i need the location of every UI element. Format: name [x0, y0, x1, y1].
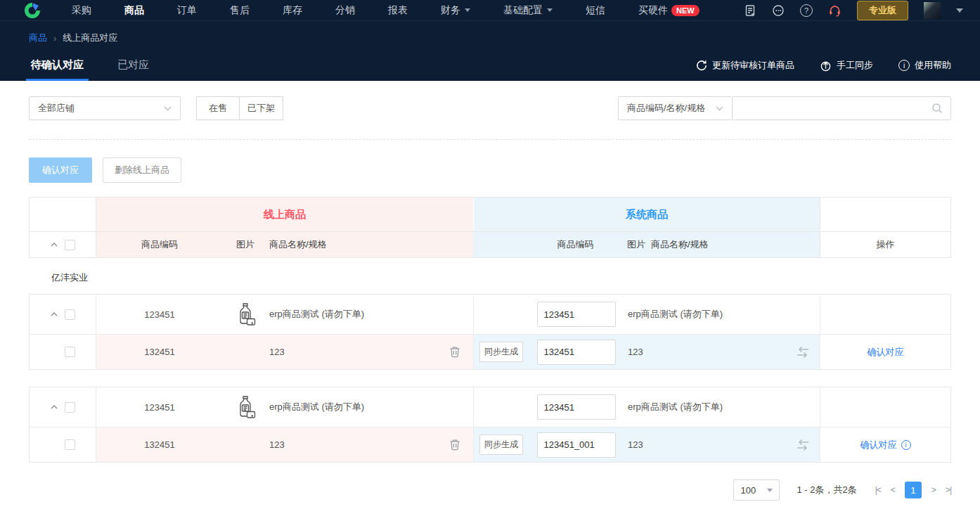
filter-bar: 全部店铺 在售 已下架 商品编码/名称/规格 — [29, 96, 951, 120]
breadcrumb-parent[interactable]: 商品 — [29, 32, 47, 44]
on-sale-button[interactable]: 在售 — [196, 96, 240, 120]
row-checkbox[interactable] — [65, 402, 75, 413]
match-table: 线上商品 系统商品 商品编码 图片 商品名称/规格 商品编码 图片 商品名称/规… — [29, 197, 951, 463]
new-badge: NEW — [671, 5, 699, 16]
nav-item-distribution[interactable]: 分销 — [335, 4, 355, 17]
info-icon: i — [898, 60, 910, 71]
off-sale-button[interactable]: 已下架 — [240, 96, 283, 120]
top-navbar: 采购 商品 订单 售后 库存 分销 报表 财务 基础配置 短信 买硬件NEW ? — [0, 0, 980, 21]
row-checkbox[interactable] — [65, 439, 75, 450]
header-select-all-cell — [30, 232, 96, 257]
dashed-divider — [29, 139, 951, 140]
nav-item-inventory[interactable]: 库存 — [283, 4, 302, 17]
swap-icon-wrap — [786, 439, 820, 451]
row-checkbox[interactable] — [65, 309, 75, 320]
nav-item-goods[interactable]: 商品 — [124, 4, 144, 17]
search-box — [732, 96, 951, 120]
collapse-caret-icon[interactable] — [51, 312, 58, 316]
nav-item-settings[interactable]: 基础配置 — [503, 4, 553, 17]
sync-generate-button[interactable]: 同步生成 — [479, 342, 523, 362]
confirm-match-link[interactable]: 确认对应 — [868, 346, 904, 359]
header-action-links: 更新待审核订单商品 手工同步 i 使用帮助 — [696, 59, 951, 81]
sys-name: 123 — [624, 439, 786, 450]
online-code: 132451 — [96, 347, 223, 357]
shop-select[interactable]: 全部店铺 — [29, 96, 181, 120]
product-image-icon[interactable] — [223, 302, 268, 326]
nav-item-orders[interactable]: 订单 — [177, 4, 197, 17]
row-select-cell — [30, 427, 96, 462]
nav-item-aftersale[interactable]: 售后 — [230, 4, 250, 17]
next-page-button[interactable]: > — [931, 485, 936, 495]
pagination-summary: 1 - 2条，共2条 — [797, 484, 856, 496]
sub-row: 132451 123 同步生成 123 — [30, 334, 950, 369]
current-page-button[interactable]: 1 — [905, 482, 922, 498]
page-size-value: 100 — [740, 485, 756, 496]
nav-item-sms[interactable]: 短信 — [586, 4, 605, 17]
col-operation: 操作 — [820, 232, 950, 257]
nav-label: 库存 — [283, 4, 302, 17]
confirm-match-link[interactable]: 确认对应 i — [860, 439, 911, 451]
col-online-name: 商品名称/规格 — [268, 238, 437, 251]
nav-label: 商品 — [124, 4, 144, 17]
search-icon[interactable] — [924, 103, 950, 114]
first-page-button[interactable]: |< — [875, 485, 881, 495]
nav-item-finance[interactable]: 财务 — [441, 4, 470, 17]
sync-generate-button[interactable]: 同步生成 — [479, 434, 523, 455]
breadcrumb-separator: › — [53, 33, 56, 44]
system-columns: 商品编码 图片 商品名称/规格 — [473, 232, 820, 257]
trash-icon[interactable] — [449, 439, 460, 451]
header-op-spacer — [820, 198, 950, 231]
table-header-groups: 线上商品 系统商品 — [29, 197, 951, 232]
search-input[interactable] — [733, 97, 924, 120]
update-pending-orders-link[interactable]: 更新待审核订单商品 — [696, 59, 794, 72]
tab-pending-match[interactable]: 待确认对应 — [29, 58, 86, 81]
online-code: 123451 — [96, 309, 223, 320]
sale-state-toggle: 在售 已下架 — [196, 96, 283, 120]
user-menu-caret-icon[interactable] — [956, 8, 963, 13]
nav-label: 分销 — [335, 4, 355, 17]
col-online-pic: 图片 — [223, 238, 268, 251]
col-online-code: 商品编码 — [96, 238, 223, 251]
prev-page-button[interactable]: < — [891, 485, 895, 495]
confirm-match-button[interactable]: 确认对应 — [29, 157, 92, 183]
nav-item-purchase[interactable]: 采购 — [72, 4, 91, 17]
online-name: erp商品测试 (请勿下单) — [268, 308, 437, 321]
chevron-down-icon — [716, 106, 723, 111]
select-all-checkbox[interactable] — [65, 240, 75, 250]
delete-online-goods-button[interactable]: 删除线上商品 — [103, 157, 181, 183]
page-size-select[interactable]: 100 — [733, 479, 780, 501]
collapse-caret-icon[interactable] — [51, 243, 58, 247]
system-sub-cells: 同步生成 123 — [473, 335, 820, 369]
collapse-caret-icon[interactable] — [51, 405, 58, 409]
user-avatar[interactable] — [924, 2, 941, 19]
sys-code-input[interactable] — [537, 340, 616, 365]
sys-code-cell — [529, 302, 624, 327]
trash-icon[interactable] — [449, 346, 460, 358]
row-checkbox[interactable] — [65, 347, 75, 357]
search-type-select[interactable]: 商品编码/名称/规格 — [618, 96, 732, 120]
swap-icon[interactable] — [795, 346, 811, 359]
nav-item-reports[interactable]: 报表 — [388, 4, 408, 17]
pro-version-button[interactable]: 专业版 — [857, 1, 908, 20]
update-link-label: 更新待审核订单商品 — [712, 59, 794, 72]
chat-icon[interactable] — [772, 4, 785, 17]
sys-code-input[interactable] — [537, 432, 616, 458]
confirm-link-label: 确认对应 — [860, 439, 897, 451]
question-icon[interactable]: ? — [800, 4, 813, 17]
online-sub-cells: 132451 123 — [96, 335, 473, 369]
help-link[interactable]: i 使用帮助 — [898, 59, 951, 72]
pagination: 100 1 - 2条，共2条 |< < 1 > >| — [29, 479, 951, 501]
document-icon[interactable] — [744, 4, 756, 17]
tab-matched[interactable]: 已对应 — [115, 58, 151, 81]
system-main-cells: erp商品测试 (请勿下单) — [473, 387, 820, 427]
swap-icon[interactable] — [795, 439, 811, 451]
sys-code-input[interactable] — [537, 394, 616, 420]
product-image-icon[interactable] — [223, 395, 268, 419]
info-icon[interactable]: i — [901, 440, 911, 450]
sys-code-input[interactable] — [537, 302, 616, 327]
last-page-button[interactable]: >| — [946, 485, 951, 495]
manual-sync-link[interactable]: 手工同步 — [820, 59, 873, 72]
nav-item-hardware[interactable]: 买硬件NEW — [638, 4, 699, 17]
row-select-cell — [30, 387, 96, 427]
headset-icon[interactable] — [828, 4, 842, 17]
